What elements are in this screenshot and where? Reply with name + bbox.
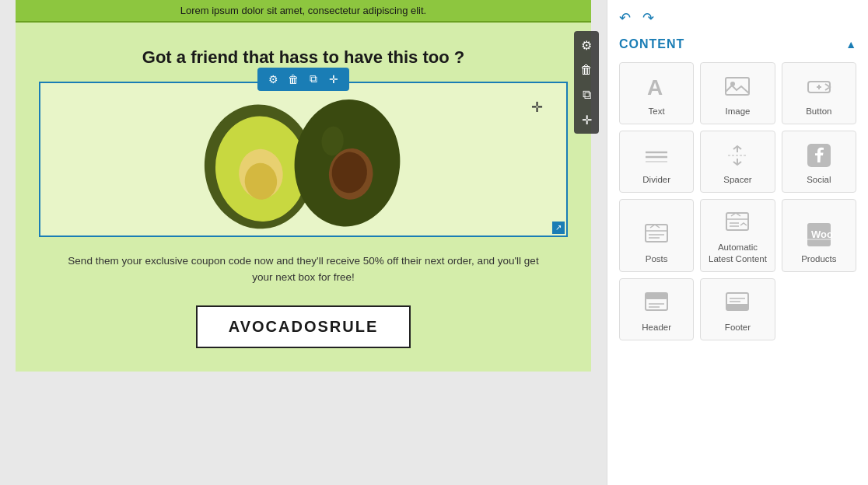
text-content-icon: A bbox=[642, 72, 670, 103]
email-text-block: Send them your exclusive coupon code now… bbox=[39, 245, 568, 294]
content-item-text[interactable]: A Text bbox=[619, 62, 694, 124]
header-item-label: Header bbox=[642, 322, 671, 333]
side-move-icon[interactable]: ✛ bbox=[580, 110, 593, 129]
svg-rect-25 bbox=[726, 213, 748, 230]
content-item-footer[interactable]: Footer bbox=[700, 278, 775, 340]
email-image-block[interactable]: ⚙ 🗑 ⧉ ✛ ✛ bbox=[39, 82, 568, 237]
plus-cursor-icon: ✛ bbox=[531, 99, 543, 116]
social-item-label: Social bbox=[807, 174, 831, 186]
divider-content-icon bbox=[642, 140, 670, 171]
divider-item-label: Divider bbox=[642, 174, 670, 186]
posts-content-icon bbox=[642, 219, 670, 250]
svg-text:Woo: Woo bbox=[811, 229, 833, 240]
coupon-button[interactable]: AVOCADOSRULE bbox=[196, 305, 411, 348]
toolbar-trash-icon[interactable]: 🗑 bbox=[285, 72, 301, 87]
footer-item-label: Footer bbox=[725, 322, 751, 333]
footer-content-icon bbox=[723, 288, 751, 319]
spacer-item-label: Spacer bbox=[723, 174, 751, 186]
resize-handle[interactable]: ↗ bbox=[552, 222, 565, 234]
email-banner: Lorem ipsum dolor sit amet, consectetur … bbox=[16, 0, 591, 23]
social-content-icon bbox=[805, 140, 833, 171]
email-container: Lorem ipsum dolor sit amet, consectetur … bbox=[16, 0, 591, 372]
svg-rect-37 bbox=[726, 304, 748, 310]
spacer-content-icon bbox=[723, 140, 751, 171]
content-panel: ↶ ↷ CONTENT ▲ A Text Image bbox=[607, 0, 868, 485]
toolbar-gear-icon[interactable]: ⚙ bbox=[265, 72, 281, 87]
toolbar-move-icon[interactable]: ✛ bbox=[326, 72, 341, 87]
side-toolbar: ⚙ 🗑 ⧉ ✛ bbox=[574, 31, 599, 134]
alc-item-label: Automatic Latest Content bbox=[705, 242, 770, 265]
content-header: CONTENT ▲ bbox=[619, 37, 856, 51]
image-block-toolbar: ⚙ 🗑 ⧉ ✛ bbox=[257, 68, 349, 91]
email-heading: Got a friend that hass to have this too … bbox=[54, 46, 552, 70]
content-item-products[interactable]: Woo Products bbox=[782, 199, 856, 272]
svg-text:A: A bbox=[647, 75, 663, 99]
undo-redo-bar: ↶ ↷ bbox=[619, 8, 856, 28]
content-item-social[interactable]: Social bbox=[782, 131, 856, 193]
avocado-image bbox=[179, 89, 428, 229]
image-item-label: Image bbox=[726, 106, 751, 117]
content-title: CONTENT bbox=[619, 37, 684, 51]
alc-content-icon bbox=[723, 208, 751, 239]
button-item-label: Button bbox=[806, 106, 831, 117]
redo-button[interactable]: ↷ bbox=[642, 11, 654, 25]
svg-rect-33 bbox=[646, 293, 667, 299]
text-item-label: Text bbox=[649, 106, 665, 117]
side-trash-icon[interactable]: 🗑 bbox=[580, 61, 593, 79]
content-item-divider[interactable]: Divider bbox=[619, 131, 694, 193]
content-collapse-icon[interactable]: ▲ bbox=[845, 38, 856, 51]
header-content-icon bbox=[642, 288, 670, 319]
products-content-icon: Woo bbox=[805, 219, 833, 250]
content-grid: A Text Image bbox=[619, 62, 856, 340]
content-item-button[interactable]: Button bbox=[782, 62, 856, 124]
email-coupon-block: AVOCADOSRULE bbox=[39, 294, 568, 364]
content-item-alc[interactable]: Automatic Latest Content bbox=[700, 199, 775, 272]
email-body: Got a friend that hass to have this too … bbox=[16, 23, 591, 372]
content-item-header[interactable]: Header bbox=[619, 278, 694, 340]
side-duplicate-icon[interactable]: ⧉ bbox=[580, 85, 593, 104]
side-gear-icon[interactable]: ⚙ bbox=[580, 36, 593, 54]
button-content-icon bbox=[805, 72, 833, 103]
posts-item-label: Posts bbox=[646, 253, 668, 265]
content-item-posts[interactable]: Posts bbox=[619, 199, 694, 272]
content-item-spacer[interactable]: Spacer bbox=[700, 131, 775, 193]
content-item-image[interactable]: Image bbox=[700, 62, 775, 124]
image-content-icon bbox=[723, 72, 751, 103]
undo-button[interactable]: ↶ bbox=[619, 11, 631, 25]
products-item-label: Products bbox=[801, 253, 836, 265]
svg-rect-21 bbox=[646, 225, 667, 242]
toolbar-duplicate-icon[interactable]: ⧉ bbox=[306, 72, 321, 87]
editor-panel: Lorem ipsum dolor sit amet, consectetur … bbox=[0, 0, 607, 485]
svg-rect-9 bbox=[726, 78, 749, 95]
